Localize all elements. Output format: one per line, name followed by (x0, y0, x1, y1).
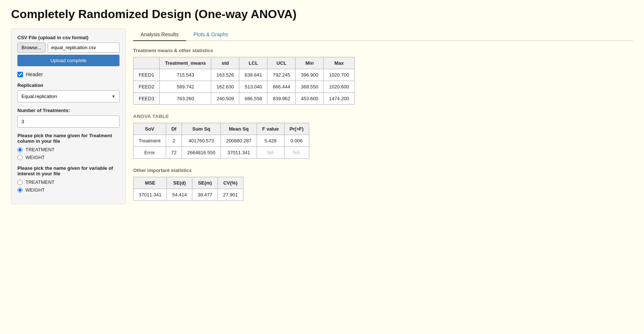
table-cell: 396.900 (296, 69, 324, 81)
table-cell: 38.477 (192, 189, 218, 201)
replication-select[interactable]: Equal.replication Unequal.replication (17, 90, 119, 102)
table-cell: Treatment (134, 135, 166, 147)
table-cell: 513.040 (239, 81, 267, 93)
csv-label: CSV File (upload in csv format) (17, 35, 119, 40)
table-cell: FEED1 (134, 69, 160, 81)
treatment-col-option-treatment: TREATMENT (17, 147, 119, 152)
table-cell: 163.526 (211, 69, 239, 81)
replication-label: Replication (17, 82, 119, 88)
variable-option-weight: WEIGHT (17, 187, 119, 193)
treatment-col-treatment-label: TREATMENT (26, 147, 54, 152)
num-treatments-label: Number of Treatments: (17, 108, 119, 113)
treatment-col-radio-weight[interactable] (17, 155, 23, 160)
other-col-mse: MSE (134, 177, 167, 189)
other-stats-title: Other important statistics (133, 168, 633, 173)
table-cell: 2 (166, 135, 182, 147)
table-cell: 54.414 (167, 189, 192, 201)
table-cell: FEED3 (134, 93, 160, 105)
table-cell: 1474.200 (324, 93, 354, 105)
variable-option-treatment: TREATMENT (17, 179, 119, 185)
variable-label: Please pick the name given for variable … (17, 165, 119, 176)
file-row: Browse... (17, 43, 119, 53)
browse-button[interactable]: Browse... (17, 43, 45, 53)
col-header-ucl: UCL (267, 57, 296, 69)
num-treatments-section: Number of Treatments: (17, 108, 119, 133)
table-cell: 240.509 (211, 93, 239, 105)
treatment-col-label: Please pick the name given for Treatment… (17, 133, 119, 144)
page-title: Completely Randomized Design (One-way AN… (11, 7, 633, 21)
upload-button[interactable]: Upload complete (17, 55, 119, 66)
treatment-means-table: Treatment_means std LCL UCL Min Max FEED… (133, 57, 355, 105)
treatment-col-section: Please pick the name given for Treatment… (17, 133, 119, 160)
table-row: FEED1715.543163.526638.841792.245396.900… (134, 69, 355, 81)
anova-title: ANOVA TABLE (133, 114, 633, 119)
table-cell: 368.550 (296, 81, 324, 93)
anova-col-df: Df (166, 123, 182, 135)
table-cell: 792.245 (267, 69, 296, 81)
anova-col-fvalue: F value (257, 123, 284, 135)
treatment-col-weight-label: WEIGHT (26, 155, 45, 160)
table-cell: NA (257, 147, 284, 159)
treatment-means-title: Treatment means & other statistics (133, 48, 633, 53)
replication-select-wrap: Equal.replication Unequal.replication ▼ (17, 90, 119, 102)
variable-treatment-label: TREATMENT (26, 179, 54, 185)
header-row: Header (17, 71, 119, 77)
anova-table: SoV Df Sum Sq Mean Sq F value Pr(>F) Tre… (133, 123, 309, 159)
tab-plots-graphs[interactable]: Plots & Graphs (186, 28, 236, 41)
variable-radio-weight[interactable] (17, 188, 23, 193)
table-cell: 763.260 (159, 93, 211, 105)
tab-analysis-results[interactable]: Analysis.Results (133, 28, 186, 41)
anova-col-sov: SoV (134, 123, 166, 135)
table-cell: 401760.573 (182, 135, 221, 147)
other-col-sed: SE(d) (167, 177, 192, 189)
table-cell: 638.841 (239, 69, 267, 81)
table-cell: 1020.600 (324, 81, 354, 93)
table-cell: NA (284, 147, 309, 159)
table-row: 37011.34154.41438.47727.901 (134, 189, 243, 201)
col-header-std: std (211, 57, 239, 69)
table-cell: Error (134, 147, 166, 159)
treatment-col-option-weight: WEIGHT (17, 155, 119, 160)
right-panel: Analysis.Results Plots & Graphs Treatmen… (133, 28, 633, 210)
tabs-bar: Analysis.Results Plots & Graphs (133, 28, 633, 41)
variable-weight-label: WEIGHT (26, 187, 45, 193)
anova-col-sumsq: Sum Sq (182, 123, 221, 135)
table-cell: 5.428 (257, 135, 284, 147)
col-header-treatment-means: Treatment_means (159, 57, 211, 69)
col-header-max: Max (324, 57, 354, 69)
table-cell: 27.901 (218, 189, 243, 201)
file-name-input[interactable] (48, 43, 119, 53)
table-cell: 589.742 (159, 81, 211, 93)
table-cell: FEED2 (134, 81, 160, 93)
table-cell: 37011.341 (134, 189, 167, 201)
table-cell: 162.630 (211, 81, 239, 93)
left-panel: CSV File (upload in csv format) Browse..… (11, 28, 126, 204)
other-col-sem: SE(m) (192, 177, 218, 189)
table-cell: 686.558 (239, 93, 267, 105)
col-header-lcl: LCL (239, 57, 267, 69)
table-cell: 200880.287 (221, 135, 257, 147)
header-checkbox[interactable] (17, 72, 23, 77)
num-treatments-input[interactable] (17, 115, 119, 128)
table-cell: 715.543 (159, 69, 211, 81)
col-header-empty (134, 57, 160, 69)
other-stats-table: MSE SE(d) SE(m) CV(%) 37011.34154.41438.… (133, 177, 243, 201)
table-cell: 1020.700 (324, 69, 354, 81)
other-col-cv: CV(%) (218, 177, 243, 189)
table-cell: 666.444 (267, 81, 296, 93)
table-cell: 2664816.550 (182, 147, 221, 159)
table-row: Treatment2401760.573200880.2875.4280.006 (134, 135, 309, 147)
table-cell: 839.962 (267, 93, 296, 105)
table-cell: 37011.341 (221, 147, 257, 159)
variable-radio-treatment[interactable] (17, 180, 23, 185)
table-cell: 453.600 (296, 93, 324, 105)
table-cell: 72 (166, 147, 182, 159)
anova-col-meansq: Mean Sq (221, 123, 257, 135)
col-header-min: Min (296, 57, 324, 69)
table-row: FEED2589.742162.630513.040666.444368.550… (134, 81, 355, 93)
treatment-col-radio-treatment[interactable] (17, 147, 23, 152)
variable-section: Please pick the name given for variable … (17, 165, 119, 193)
replication-section: Replication Equal.replication Unequal.re… (17, 82, 119, 102)
header-label: Header (26, 71, 43, 77)
table-row: Error722664816.55037011.341NANA (134, 147, 309, 159)
